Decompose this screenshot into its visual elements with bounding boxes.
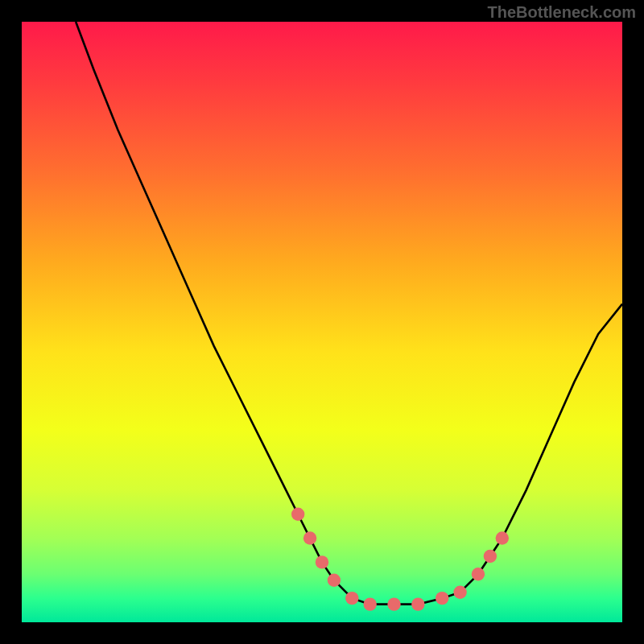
marker-dot bbox=[345, 592, 358, 605]
marker-dot bbox=[328, 574, 341, 587]
marker-dot bbox=[387, 597, 400, 610]
marker-dot bbox=[303, 531, 316, 544]
marker-dot bbox=[472, 568, 485, 580]
marker-dot bbox=[291, 508, 304, 521]
marker-group bbox=[291, 508, 509, 611]
marker-dot bbox=[453, 585, 466, 598]
marker-dot bbox=[484, 550, 497, 563]
marker-dot bbox=[363, 597, 376, 610]
watermark-text: TheBottleneck.com bbox=[488, 3, 636, 22]
marker-dot bbox=[436, 592, 448, 605]
left-curve-path bbox=[76, 22, 352, 598]
curve-group bbox=[76, 22, 622, 605]
right-curve-path bbox=[460, 304, 622, 592]
marker-dot bbox=[316, 555, 328, 568]
marker-dot bbox=[496, 531, 509, 544]
chart-svg bbox=[22, 22, 622, 622]
marker-dot bbox=[411, 597, 424, 610]
